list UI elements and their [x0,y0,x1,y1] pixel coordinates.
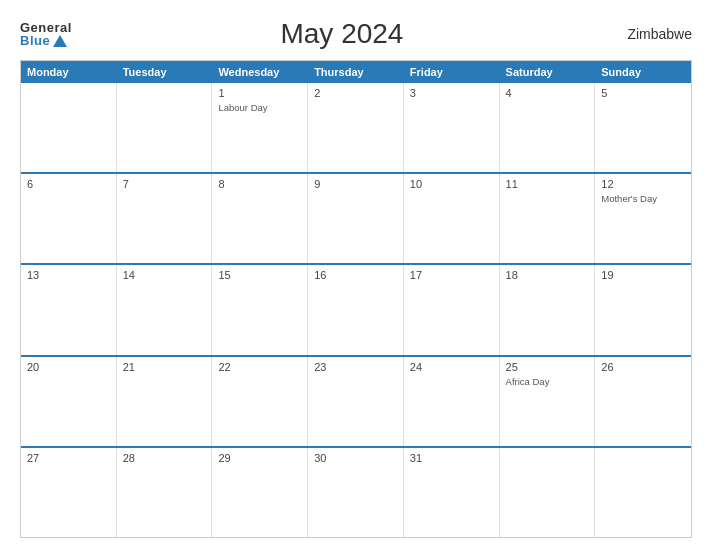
day-cell-w2-d4: 9 [308,174,404,263]
day-number: 9 [314,178,397,190]
calendar-page: General Blue May 2024 Zimbabwe Monday Tu… [0,0,712,550]
day-cell-w3-d5: 17 [404,265,500,354]
day-number: 14 [123,269,206,281]
day-cell-w1-d3: 1Labour Day [212,83,308,172]
header: General Blue May 2024 Zimbabwe [20,18,692,50]
day-number: 13 [27,269,110,281]
day-number: 21 [123,361,206,373]
day-cell-w2-d2: 7 [117,174,213,263]
day-cell-w3-d6: 18 [500,265,596,354]
day-cell-w5-d7 [595,448,691,537]
day-number: 16 [314,269,397,281]
day-number: 30 [314,452,397,464]
day-cell-w2-d7: 12Mother's Day [595,174,691,263]
calendar-header-row: Monday Tuesday Wednesday Thursday Friday… [21,61,691,83]
calendar-title: May 2024 [280,18,403,50]
header-wednesday: Wednesday [212,61,308,83]
day-cell-w2-d1: 6 [21,174,117,263]
day-number: 22 [218,361,301,373]
day-number: 29 [218,452,301,464]
day-number: 5 [601,87,685,99]
day-number: 6 [27,178,110,190]
day-cell-w2-d6: 11 [500,174,596,263]
day-cell-w5-d2: 28 [117,448,213,537]
day-cell-w5-d1: 27 [21,448,117,537]
calendar-grid: Monday Tuesday Wednesday Thursday Friday… [20,60,692,538]
day-event: Africa Day [506,376,589,387]
day-event: Labour Day [218,102,301,113]
day-number: 1 [218,87,301,99]
day-number: 26 [601,361,685,373]
day-cell-w5-d4: 30 [308,448,404,537]
day-number: 18 [506,269,589,281]
day-cell-w5-d3: 29 [212,448,308,537]
day-cell-w1-d4: 2 [308,83,404,172]
day-cell-w3-d4: 16 [308,265,404,354]
day-cell-w3-d1: 13 [21,265,117,354]
day-number: 28 [123,452,206,464]
day-number: 7 [123,178,206,190]
day-cell-w4-d4: 23 [308,357,404,446]
day-cell-w1-d7: 5 [595,83,691,172]
day-number: 11 [506,178,589,190]
day-cell-w4-d6: 25Africa Day [500,357,596,446]
header-monday: Monday [21,61,117,83]
day-cell-w1-d2 [117,83,213,172]
day-number: 20 [27,361,110,373]
day-number: 12 [601,178,685,190]
day-number: 3 [410,87,493,99]
day-cell-w4-d2: 21 [117,357,213,446]
header-friday: Friday [404,61,500,83]
logo: General Blue [20,21,72,47]
day-cell-w3-d2: 14 [117,265,213,354]
day-event: Mother's Day [601,193,685,204]
day-number: 4 [506,87,589,99]
day-cell-w5-d5: 31 [404,448,500,537]
day-number: 2 [314,87,397,99]
week-row-2: 6789101112Mother's Day [21,172,691,263]
week-row-1: 1Labour Day2345 [21,83,691,172]
day-number: 24 [410,361,493,373]
day-number: 23 [314,361,397,373]
country-label: Zimbabwe [612,26,692,42]
day-cell-w3-d7: 19 [595,265,691,354]
day-number: 25 [506,361,589,373]
day-cell-w4-d5: 24 [404,357,500,446]
calendar-body: 1Labour Day23456789101112Mother's Day131… [21,83,691,537]
day-cell-w2-d5: 10 [404,174,500,263]
logo-blue-text: Blue [20,34,67,47]
logo-triangle-icon [53,35,67,47]
week-row-4: 202122232425Africa Day26 [21,355,691,446]
day-cell-w1-d6: 4 [500,83,596,172]
week-row-5: 2728293031 [21,446,691,537]
week-row-3: 13141516171819 [21,263,691,354]
day-cell-w4-d1: 20 [21,357,117,446]
day-cell-w4-d7: 26 [595,357,691,446]
header-tuesday: Tuesday [117,61,213,83]
day-number: 8 [218,178,301,190]
day-number: 19 [601,269,685,281]
day-number: 17 [410,269,493,281]
day-number: 31 [410,452,493,464]
day-cell-w4-d3: 22 [212,357,308,446]
day-number: 10 [410,178,493,190]
day-number: 27 [27,452,110,464]
day-cell-w1-d1 [21,83,117,172]
day-number: 15 [218,269,301,281]
header-sunday: Sunday [595,61,691,83]
header-thursday: Thursday [308,61,404,83]
day-cell-w2-d3: 8 [212,174,308,263]
day-cell-w1-d5: 3 [404,83,500,172]
day-cell-w3-d3: 15 [212,265,308,354]
header-saturday: Saturday [500,61,596,83]
day-cell-w5-d6 [500,448,596,537]
